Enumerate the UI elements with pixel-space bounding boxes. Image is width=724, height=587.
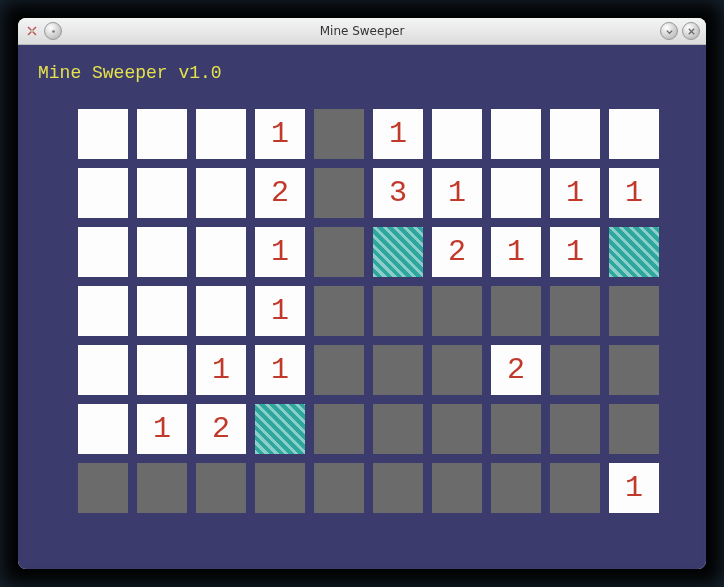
cell-r0-c9[interactable] — [609, 109, 659, 159]
cell-r4-c4[interactable] — [314, 345, 364, 395]
cell-r3-c1[interactable] — [137, 286, 187, 336]
titlebar: Mine Sweeper — [18, 18, 706, 45]
cell-r5-c3[interactable] — [255, 404, 305, 454]
cell-r6-c4[interactable] — [314, 463, 364, 513]
cell-r0-c2[interactable] — [196, 109, 246, 159]
cell-r1-c0[interactable] — [78, 168, 128, 218]
cell-r3-c9[interactable] — [609, 286, 659, 336]
cell-r3-c4[interactable] — [314, 286, 364, 336]
cell-r1-c8[interactable]: 1 — [550, 168, 600, 218]
cell-r6-c5[interactable] — [373, 463, 423, 513]
cell-r4-c8[interactable] — [550, 345, 600, 395]
cell-r4-c1[interactable] — [137, 345, 187, 395]
cell-r4-c6[interactable] — [432, 345, 482, 395]
cell-r2-c1[interactable] — [137, 227, 187, 277]
cell-r3-c6[interactable] — [432, 286, 482, 336]
cell-r2-c6[interactable]: 2 — [432, 227, 482, 277]
cell-r5-c4[interactable] — [314, 404, 364, 454]
cell-r5-c8[interactable] — [550, 404, 600, 454]
mine-board: 112311112111112121 — [78, 109, 686, 513]
cell-r4-c2[interactable]: 1 — [196, 345, 246, 395]
cell-r0-c4[interactable] — [314, 109, 364, 159]
cell-r1-c9[interactable]: 1 — [609, 168, 659, 218]
cell-r4-c0[interactable] — [78, 345, 128, 395]
cell-r4-c3[interactable]: 1 — [255, 345, 305, 395]
app-window: Mine Sweeper Mine Sweeper v1.0 112311112… — [18, 18, 706, 569]
cell-r1-c2[interactable] — [196, 168, 246, 218]
cell-r5-c9[interactable] — [609, 404, 659, 454]
cell-r0-c0[interactable] — [78, 109, 128, 159]
cell-r2-c3[interactable]: 1 — [255, 227, 305, 277]
cell-r0-c8[interactable] — [550, 109, 600, 159]
cell-r5-c2[interactable]: 2 — [196, 404, 246, 454]
cell-r2-c7[interactable]: 1 — [491, 227, 541, 277]
cell-r5-c1[interactable]: 1 — [137, 404, 187, 454]
cell-r5-c7[interactable] — [491, 404, 541, 454]
cell-r2-c5[interactable] — [373, 227, 423, 277]
cell-r6-c6[interactable] — [432, 463, 482, 513]
cell-r5-c6[interactable] — [432, 404, 482, 454]
cell-r2-c4[interactable] — [314, 227, 364, 277]
cell-r2-c9[interactable] — [609, 227, 659, 277]
app-menu-icon[interactable] — [24, 23, 40, 39]
cell-r6-c0[interactable] — [78, 463, 128, 513]
cell-r4-c5[interactable] — [373, 345, 423, 395]
cell-r3-c2[interactable] — [196, 286, 246, 336]
close-button[interactable] — [682, 22, 700, 40]
cell-r3-c5[interactable] — [373, 286, 423, 336]
cell-r4-c9[interactable] — [609, 345, 659, 395]
cell-r6-c2[interactable] — [196, 463, 246, 513]
cell-r0-c3[interactable]: 1 — [255, 109, 305, 159]
cell-r0-c1[interactable] — [137, 109, 187, 159]
cell-r0-c5[interactable]: 1 — [373, 109, 423, 159]
cell-r2-c2[interactable] — [196, 227, 246, 277]
cell-r6-c3[interactable] — [255, 463, 305, 513]
cell-r0-c6[interactable] — [432, 109, 482, 159]
svg-point-2 — [31, 30, 34, 33]
cell-r1-c4[interactable] — [314, 168, 364, 218]
cell-r4-c7[interactable]: 2 — [491, 345, 541, 395]
cell-r3-c7[interactable] — [491, 286, 541, 336]
cell-r1-c3[interactable]: 2 — [255, 168, 305, 218]
cell-r3-c3[interactable]: 1 — [255, 286, 305, 336]
minimize-button[interactable] — [660, 22, 678, 40]
svg-point-3 — [52, 30, 55, 33]
window-title: Mine Sweeper — [18, 24, 706, 38]
cell-r6-c7[interactable] — [491, 463, 541, 513]
cell-r3-c0[interactable] — [78, 286, 128, 336]
cell-r1-c7[interactable] — [491, 168, 541, 218]
cell-r1-c5[interactable]: 3 — [373, 168, 423, 218]
cell-r6-c1[interactable] — [137, 463, 187, 513]
cell-r5-c0[interactable] — [78, 404, 128, 454]
cell-r0-c7[interactable] — [491, 109, 541, 159]
cell-r5-c5[interactable] — [373, 404, 423, 454]
cell-r6-c9[interactable]: 1 — [609, 463, 659, 513]
game-heading: Mine Sweeper v1.0 — [38, 63, 686, 83]
cell-r2-c8[interactable]: 1 — [550, 227, 600, 277]
window-sticky-button[interactable] — [44, 22, 62, 40]
cell-r1-c6[interactable]: 1 — [432, 168, 482, 218]
cell-r3-c8[interactable] — [550, 286, 600, 336]
cell-r1-c1[interactable] — [137, 168, 187, 218]
cell-r2-c0[interactable] — [78, 227, 128, 277]
cell-r6-c8[interactable] — [550, 463, 600, 513]
game-client-area: Mine Sweeper v1.0 112311112111112121 — [18, 45, 706, 569]
